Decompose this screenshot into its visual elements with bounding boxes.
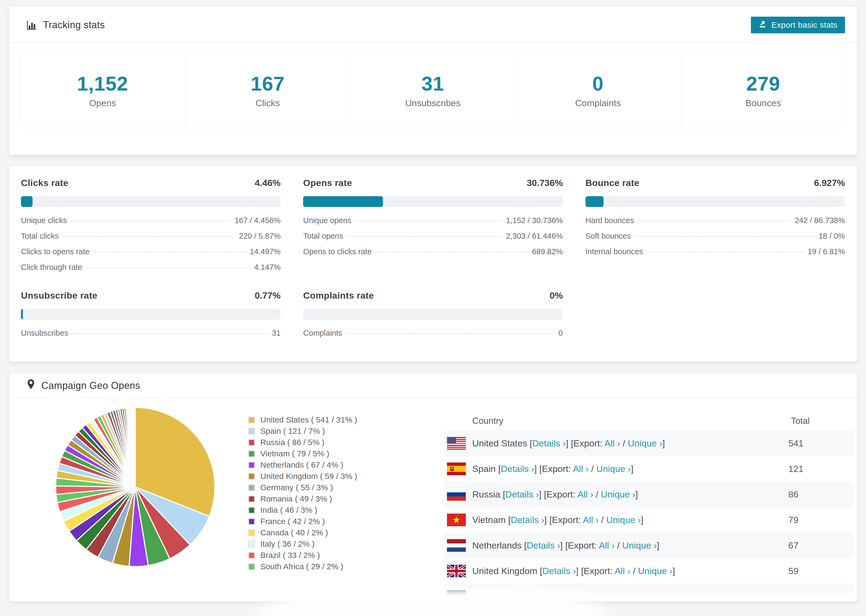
export-basic-stats-button[interactable]: Export basic stats xyxy=(751,17,845,33)
bracket: [ xyxy=(527,438,532,448)
geo-opens-header: Campaign Geo Opens xyxy=(9,373,857,398)
legend-color-swatch xyxy=(248,530,255,536)
stat-box-complaints: 0Complaints xyxy=(516,53,681,128)
country-name: Vietnam xyxy=(472,515,505,525)
bracket: ] xyxy=(663,438,665,448)
rates-grid: Clicks rate4.46%Unique clicks167 / 4.456… xyxy=(9,166,857,361)
stat-summary-grid: 1,152Opens167Clicks31Unsubscribes0Compla… xyxy=(20,53,846,128)
legend-label: France ( 42 / 2% ) xyxy=(260,517,325,526)
rate-row-label: Opens to clicks rate xyxy=(303,247,372,256)
export-all-link[interactable]: All › xyxy=(614,566,630,576)
progress-bar-fill xyxy=(21,196,33,207)
table-row-gb: United Kingdom [Details ›] [Export: All … xyxy=(444,558,853,584)
total-cell: 59 xyxy=(788,566,853,576)
rate-row-label: Complaints xyxy=(303,329,342,338)
dotted-leader xyxy=(72,333,268,334)
rate-block-opens-rate: Opens rate30.736%Unique opens1,152 / 30.… xyxy=(303,178,563,278)
legend-label: Germany ( 55 / 3% ) xyxy=(260,483,333,492)
bracket: [ xyxy=(500,489,505,499)
total-cell: 121 xyxy=(788,464,853,474)
rate-row-label: Clicks to opens rate xyxy=(21,247,90,256)
rate-row-value: 18 / 0% xyxy=(819,232,845,240)
legend-color-swatch xyxy=(248,541,255,547)
flag-united-kingdom-icon xyxy=(447,565,466,577)
legend-item: Russia ( 86 / 5% ) xyxy=(248,437,357,448)
rate-row-value: 689.82% xyxy=(532,247,563,256)
legend-label: Romania ( 49 / 3% ) xyxy=(260,494,332,503)
export-prefix: Export: xyxy=(552,515,583,525)
details-link[interactable]: Details › xyxy=(511,515,544,525)
page: Tracking stats Export basic stats 1,152O… xyxy=(0,0,866,602)
rate-row-value: 167 / 4.456% xyxy=(235,216,280,225)
dotted-leader xyxy=(71,221,231,221)
export-all-link[interactable]: All › xyxy=(604,438,620,448)
bracket: ] [ xyxy=(544,515,552,525)
country-name: United States xyxy=(472,438,527,448)
total-cell: 86 xyxy=(788,489,853,500)
rate-row-label: Hard bounces xyxy=(586,216,634,225)
column-header-total: Total xyxy=(791,416,853,426)
legend-color-swatch xyxy=(248,439,255,446)
rate-row: Total opens2,303 / 61.446% xyxy=(303,232,563,247)
stat-value: 1,152 xyxy=(77,72,128,95)
export-prefix: Export: xyxy=(584,566,614,576)
country-cell: Spain [Details ›] [Export: All › / Uniqu… xyxy=(472,464,788,474)
export-all-link[interactable]: All › xyxy=(578,489,593,499)
details-link[interactable]: Details › xyxy=(542,566,576,576)
legend-item: Canada ( 40 / 2% ) xyxy=(248,527,357,538)
rate-row: Opens to clicks rate689.82% xyxy=(303,247,563,263)
legend-item: South Africa ( 29 / 2% ) xyxy=(248,561,357,572)
separator: / xyxy=(630,566,638,576)
progress-bar xyxy=(303,196,563,207)
legend-label: Vietnam ( 79 / 5% ) xyxy=(260,449,329,458)
export-all-link[interactable]: All › xyxy=(583,515,599,525)
bracket: ] [ xyxy=(566,438,573,448)
total-cell: 541 xyxy=(788,438,853,449)
dotted-leader xyxy=(86,267,250,268)
progress-bar xyxy=(303,309,563,319)
legend-label: South Africa ( 29 / 2% ) xyxy=(260,562,343,571)
dotted-leader xyxy=(638,221,791,221)
details-link[interactable]: Details › xyxy=(532,438,566,448)
map-pin-icon xyxy=(26,379,36,392)
country-cell: Russia [Details ›] [Export: All › / Uniq… xyxy=(472,489,788,500)
rate-title: Clicks rate xyxy=(21,178,68,188)
details-link[interactable]: Details › xyxy=(501,464,534,474)
export-unique-link[interactable]: Unique › xyxy=(622,540,657,550)
table-row-vn: Vietnam [Details ›] [Export: All › / Uni… xyxy=(444,507,853,533)
flag-russia-icon xyxy=(447,488,466,501)
legend-item: Romania ( 49 / 3% ) xyxy=(248,493,357,504)
rate-row-value: 19 / 6.81% xyxy=(808,247,845,256)
rate-title: Unsubscribe rate xyxy=(21,290,98,301)
stat-box-bounces: 279Bounces xyxy=(681,53,846,128)
rate-row-value: 31 xyxy=(272,329,280,338)
separator: / xyxy=(614,540,622,550)
rate-row: Internal bounces19 / 6.81% xyxy=(586,247,845,263)
export-unique-link[interactable]: Unique › xyxy=(596,464,631,474)
export-unique-link[interactable]: Unique › xyxy=(606,515,641,525)
rate-row-value: 1,152 / 30.736% xyxy=(506,216,563,225)
details-link[interactable]: Details › xyxy=(527,540,560,550)
rate-block-bounce-rate: Bounce rate6.927%Hard bounces242 / 86.73… xyxy=(586,178,845,278)
rate-row: Unsubscribes31 xyxy=(21,329,280,344)
export-all-link[interactable]: All › xyxy=(599,540,615,550)
country-name: United Kingdom xyxy=(472,566,537,576)
table-row-es: Spain [Details ›] [Export: All › / Uniqu… xyxy=(444,456,853,482)
bracket: ] xyxy=(636,489,638,499)
legend-color-swatch xyxy=(248,552,255,559)
legend-item: Germany ( 55 / 3% ) xyxy=(248,482,357,493)
geo-opens-table: Country Total United States [Details ›] … xyxy=(444,411,853,602)
details-link[interactable]: Details › xyxy=(505,489,539,499)
stat-value: 0 xyxy=(592,72,603,95)
progress-bar xyxy=(586,196,845,207)
export-all-link[interactable]: All › xyxy=(573,464,589,474)
export-unique-link[interactable]: Unique › xyxy=(601,489,636,499)
separator: / xyxy=(620,438,628,448)
legend-label: Russia ( 86 / 5% ) xyxy=(260,438,324,447)
export-unique-link[interactable]: Unique › xyxy=(638,566,672,576)
legend-item: United Kingdom ( 59 / 3% ) xyxy=(248,471,357,482)
tracking-stats-card: Tracking stats Export basic stats 1,152O… xyxy=(9,6,857,155)
country-cell: Vietnam [Details ›] [Export: All › / Uni… xyxy=(472,515,788,525)
export-unique-link[interactable]: Unique › xyxy=(628,438,663,448)
stat-value: 279 xyxy=(746,72,780,95)
